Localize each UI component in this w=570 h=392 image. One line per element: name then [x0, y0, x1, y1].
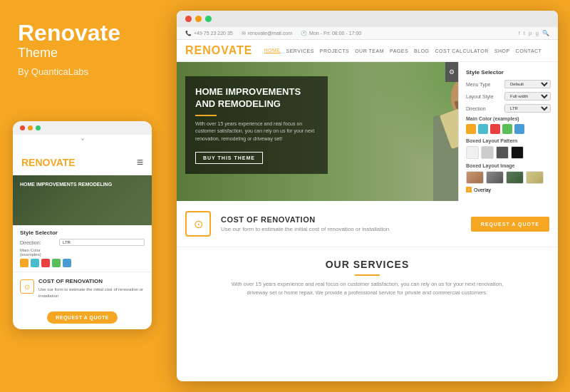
google-icon[interactable]: g: [536, 30, 539, 36]
mobile-swatch-green[interactable]: [52, 259, 61, 267]
nav-contact[interactable]: CONTACT: [516, 48, 542, 53]
mobile-hero-text: HOME IMPROVEMENTS REMODELING: [13, 175, 152, 193]
style-panel: Style Selector Menu Type Default Layout …: [458, 62, 558, 201]
pinterest-icon[interactable]: p: [529, 30, 532, 36]
desktop-dot-yellow: [195, 16, 202, 22]
brand-title: Renovate: [18, 21, 146, 44]
info-email: ✉ renovate@mail.com: [242, 31, 292, 36]
hero-overlay-box: HOME IMPROVEMENTSAND REMODELING With ove…: [185, 76, 328, 174]
swatch-yellow[interactable]: [466, 124, 476, 134]
mobile-cost-row: ⊙ COST OF RENOVATION Use our form to est…: [20, 278, 145, 299]
menu-type-label: Menu Type: [466, 82, 491, 87]
mobile-dot-yellow: [28, 125, 33, 130]
twitter-icon[interactable]: t: [524, 30, 525, 36]
search-icon[interactable]: 🔍: [542, 30, 549, 36]
nav-links: HOME SERVICES PROJECTS OUR TEAM PAGES BL…: [264, 48, 542, 53]
mobile-color-swatches: [20, 259, 145, 267]
style-panel-title: Style Selector: [466, 69, 551, 76]
browser-content: 📞 +49 75 23 220 35 ✉ renovate@mail.com 🕐…: [177, 27, 558, 379]
overlay-check-icon: ✓: [466, 187, 472, 192]
mobile-cost-title: COST OF RENOVATION: [38, 278, 145, 285]
mobile-cost-section: ⊙ COST OF RENOVATION Use our form to est…: [13, 272, 152, 309]
nav-logo[interactable]: RENOVATE: [185, 44, 253, 57]
mobile-top-bar: [13, 121, 152, 135]
mobile-request-btn[interactable]: REQUEST A QUOTE: [47, 311, 118, 324]
mobile-dot-green: [36, 125, 41, 130]
swatch-green[interactable]: [502, 124, 512, 134]
nav-shop[interactable]: SHOP: [494, 48, 510, 53]
nav-blog[interactable]: BLOG: [414, 48, 429, 53]
hero-desc: With over 15 years experience and real f…: [195, 120, 318, 143]
services-divider: [355, 274, 380, 276]
cost-title: COST OF RENOVATION: [221, 215, 471, 224]
mobile-swatch-red[interactable]: [41, 259, 50, 267]
pattern-dark[interactable]: [496, 146, 509, 159]
layout-img-4[interactable]: [526, 171, 544, 184]
social-icons: f t p g 🔍: [519, 30, 549, 36]
desktop-dot-red: [185, 16, 192, 22]
box-pattern-title: Boxed Layout Pattern: [466, 138, 551, 143]
hamburger-icon[interactable]: ≡: [137, 156, 143, 169]
mobile-cost-icon: ⊙: [20, 279, 34, 294]
layout-img-2[interactable]: [486, 171, 504, 184]
color-swatches: [466, 124, 551, 134]
mobile-color-label: Main Color (examples): [20, 248, 59, 257]
info-hours: 🕐 Mon - Fri: 08:00 - 17:00: [301, 31, 361, 36]
pattern-black[interactable]: [511, 146, 524, 159]
email-icon: ✉: [242, 31, 246, 36]
nav-services[interactable]: SERVICES: [286, 48, 314, 53]
swatch-teal[interactable]: [478, 124, 488, 134]
swatch-red[interactable]: [490, 124, 500, 134]
mobile-swatch-yellow[interactable]: [20, 259, 28, 267]
overlay-label: Overlay: [474, 187, 491, 192]
phone-text: +49 75 23 220 35: [194, 31, 233, 36]
request-quote-btn[interactable]: REQUEST A QUOTE: [471, 217, 549, 232]
mobile-swatch-blue[interactable]: [63, 259, 71, 267]
phone-icon: 📞: [185, 31, 192, 36]
main-nav: RENOVATE HOME SERVICES PROJECTS OUR TEAM…: [177, 40, 558, 62]
cost-icon: ⊙: [185, 211, 211, 237]
mobile-cost-desc: Use our form to estimate the initial cos…: [38, 287, 145, 299]
buy-theme-btn[interactable]: BUY THIS THEME: [195, 152, 263, 164]
style-layout-row: Layout Style Full width: [466, 92, 551, 100]
menu-type-select[interactable]: Default: [504, 80, 551, 88]
pattern-medium[interactable]: [481, 146, 494, 159]
mobile-direction-label: Direction:: [20, 240, 59, 245]
mobile-swatch-teal[interactable]: [31, 259, 39, 267]
direction-select[interactable]: LTR: [504, 104, 551, 113]
services-title: OUR SERVICES: [185, 259, 549, 270]
layout-img-3[interactable]: [506, 171, 524, 184]
hours-text: Mon - Fri: 08:00 - 17:00: [309, 31, 361, 36]
nav-our-team[interactable]: OUR TEAM: [355, 48, 384, 53]
info-bar: 📞 +49 75 23 220 35 ✉ renovate@mail.com 🕐…: [177, 27, 558, 40]
info-phone: 📞 +49 75 23 220 35: [185, 31, 233, 36]
mobile-direction-select[interactable]: LTR: [59, 239, 145, 246]
cost-section: ⊙ COST OF RENOVATION Use our form to est…: [177, 201, 558, 247]
pattern-swatches: [466, 146, 551, 159]
mobile-style-title: Style Selector: [20, 229, 145, 236]
nav-pages[interactable]: PAGES: [390, 48, 408, 53]
facebook-icon[interactable]: f: [519, 30, 520, 36]
style-panel-toggle[interactable]: ⚙: [445, 62, 458, 82]
mobile-hero: HOME IMPROVEMENTS REMODELING: [13, 175, 152, 225]
brand-subtitle: Theme: [18, 46, 146, 61]
style-menu-type-row: Menu Type Default: [466, 80, 551, 88]
cost-desc: Use our form to estimate the initial cos…: [221, 226, 471, 232]
hero-section: HOME IMPROVEMENTSAND REMODELING With ove…: [177, 62, 558, 201]
clock-icon: 🕐: [301, 31, 307, 36]
mobile-mockup: ˅ RENOVATE ≡ HOME IMPROVEMENTS REMODELIN…: [13, 121, 152, 329]
nav-home[interactable]: HOME: [264, 48, 281, 53]
overlay-checkbox[interactable]: ✓ Overlay: [466, 187, 551, 192]
layout-img-1[interactable]: [466, 171, 484, 184]
layout-img-swatches: [466, 171, 551, 184]
layout-style-select[interactable]: Full width: [504, 92, 551, 100]
mobile-dot-red: [20, 125, 25, 130]
nav-cost-calculator[interactable]: COST CALCULATOR: [435, 48, 489, 53]
nav-projects[interactable]: PROJECTS: [320, 48, 349, 53]
swatch-blue[interactable]: [514, 124, 524, 134]
services-section: OUR SERVICES With over 15 years experien…: [177, 247, 558, 309]
pattern-light[interactable]: [466, 146, 479, 159]
services-desc: With over 15 years experience and real f…: [225, 280, 510, 297]
mobile-style-box: Style Selector Direction: LTR Main Color…: [13, 225, 152, 272]
desktop-mockup: 📞 +49 75 23 220 35 ✉ renovate@mail.com 🕐…: [177, 11, 558, 381]
